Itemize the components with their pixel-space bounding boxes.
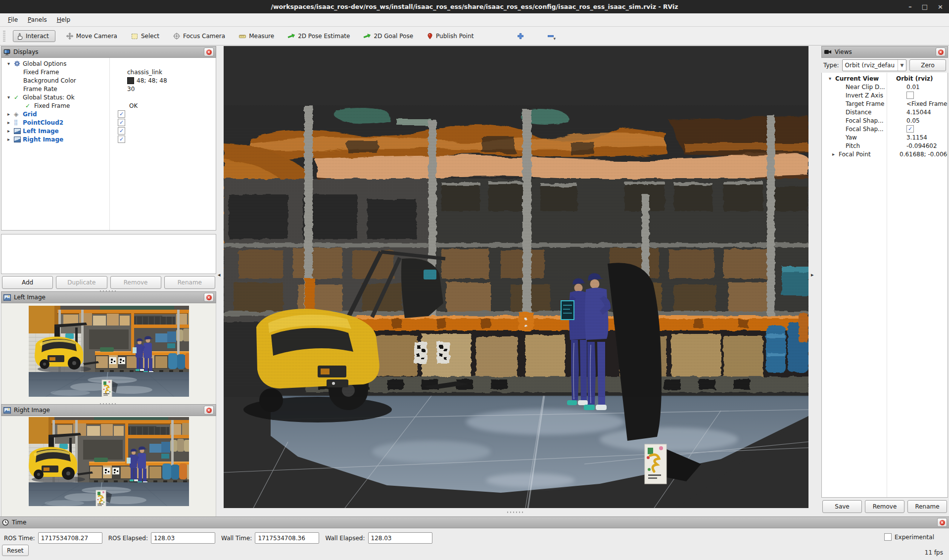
time-panel-header[interactable]: Time bbox=[0, 516, 949, 528]
add-tool-button[interactable] bbox=[514, 30, 527, 42]
tree-row[interactable]: Grid bbox=[1, 110, 216, 118]
remove-button[interactable]: Remove bbox=[110, 276, 161, 289]
tree-row[interactable]: Frame Rate 30 bbox=[1, 85, 216, 93]
3d-viewport[interactable] bbox=[224, 46, 808, 508]
expander-icon[interactable] bbox=[7, 128, 14, 134]
expander-icon[interactable] bbox=[7, 120, 14, 125]
zero-button[interactable]: Zero bbox=[909, 59, 946, 71]
panel-close-button[interactable] bbox=[204, 406, 214, 415]
tree-row[interactable]: Target Frame <Fixed Frame> bbox=[822, 99, 948, 108]
right-image-panel-header[interactable]: Right Image bbox=[1, 404, 216, 416]
row-value-icon[interactable] bbox=[118, 127, 125, 135]
row-value-cell[interactable]: OK bbox=[127, 102, 138, 109]
minimize-icon[interactable]: – bbox=[908, 3, 912, 10]
expander-icon[interactable] bbox=[7, 61, 14, 66]
row-value-icon[interactable] bbox=[906, 125, 914, 133]
tree-row[interactable]: Near Clip D... 0.01 bbox=[822, 83, 948, 91]
expander-icon[interactable] bbox=[7, 137, 14, 142]
tree-row[interactable]: Right Image bbox=[1, 135, 216, 143]
publish-point-tool-button[interactable]: Publish Point bbox=[424, 30, 476, 42]
tree-row[interactable]: Yaw 3.1154 bbox=[822, 133, 948, 141]
row-value-cell[interactable]: Orbit (rviz) bbox=[894, 75, 933, 82]
tree-row[interactable]: Distance 4.15044 bbox=[822, 108, 948, 116]
left-image-panel-header[interactable]: Left Image bbox=[1, 291, 216, 303]
tree-row[interactable]: Fixed Frame OK bbox=[1, 101, 216, 110]
row-value-cell[interactable]: 0.05 bbox=[904, 117, 920, 124]
reset-button[interactable]: Reset bbox=[2, 545, 29, 556]
row-value-cell[interactable] bbox=[115, 110, 127, 118]
focus-camera-tool-button[interactable]: Focus Camera bbox=[170, 30, 228, 42]
close-icon[interactable]: × bbox=[938, 3, 943, 10]
row-value-cell[interactable]: 30 bbox=[125, 86, 135, 93]
time-field-input[interactable]: 128.03 bbox=[151, 532, 215, 544]
row-value-icon[interactable] bbox=[127, 77, 134, 84]
row-value-cell[interactable] bbox=[115, 119, 127, 126]
row-value-cell[interactable]: 0.61688; -0.0060... bbox=[897, 151, 948, 158]
panel-close-button[interactable] bbox=[204, 47, 214, 56]
tree-row[interactable]: Focal Shap... 0.05 bbox=[822, 116, 948, 125]
save-button[interactable]: Save bbox=[822, 500, 862, 513]
tree-row[interactable]: Background Color 48; 48; 48 bbox=[1, 76, 216, 85]
measure-tool-button[interactable]: Measure bbox=[236, 30, 277, 42]
row-value-cell[interactable] bbox=[904, 125, 916, 133]
duplicate-button[interactable]: Duplicate bbox=[56, 276, 107, 289]
displays-panel-header[interactable]: Displays bbox=[1, 46, 216, 58]
menu-panels[interactable]: Panels bbox=[23, 14, 52, 25]
views-panel-header[interactable]: Views bbox=[821, 46, 948, 58]
panel-close-button[interactable] bbox=[936, 47, 946, 56]
maximize-icon[interactable]: □ bbox=[922, 3, 928, 10]
menu-file[interactable]: File bbox=[3, 14, 23, 25]
interact-tool-button[interactable]: Interact bbox=[13, 30, 55, 42]
row-value-cell[interactable]: chassis_link bbox=[125, 69, 162, 76]
row-value-icon[interactable] bbox=[906, 92, 914, 99]
row-value-cell[interactable]: -0.094602 bbox=[904, 142, 937, 149]
pose-estimate-tool-button[interactable]: 2D Pose Estimate bbox=[285, 30, 353, 42]
time-field-input[interactable]: 1717534708.36 bbox=[255, 532, 319, 544]
goal-pose-tool-button[interactable]: 2D Goal Pose bbox=[360, 30, 416, 42]
row-value-cell[interactable]: <Fixed Frame> bbox=[904, 100, 948, 107]
panel-close-button[interactable] bbox=[204, 293, 214, 302]
tree-row[interactable]: Current View Orbit (rviz) bbox=[822, 74, 948, 83]
select-tool-button[interactable]: Select bbox=[128, 30, 162, 42]
expander-icon[interactable] bbox=[7, 111, 14, 117]
tree-row[interactable]: Global Status: Ok bbox=[1, 93, 216, 101]
view-type-dropdown[interactable]: Orbit (rviz_defau ▼ bbox=[842, 59, 906, 71]
toolbar-grip[interactable] bbox=[3, 31, 5, 42]
row-value-cell[interactable]: 0.01 bbox=[904, 84, 920, 91]
time-field-input[interactable]: 128.03 bbox=[368, 532, 432, 544]
chevron-down-icon[interactable]: ▾ bbox=[553, 36, 556, 41]
remove-tool-button[interactable]: ▾ bbox=[544, 29, 559, 43]
rename-button[interactable]: Rename bbox=[164, 276, 215, 289]
tree-row[interactable]: Global Options bbox=[1, 59, 216, 68]
add-button[interactable]: Add bbox=[2, 276, 53, 289]
row-value-icon[interactable] bbox=[118, 136, 125, 143]
row-value-icon[interactable] bbox=[118, 119, 125, 126]
row-value-cell[interactable]: 48; 48; 48 bbox=[125, 77, 167, 84]
tree-row[interactable]: Focal Point 0.61688; -0.0060... bbox=[822, 150, 948, 158]
rename-button[interactable]: Rename bbox=[907, 500, 947, 513]
row-value-icon[interactable] bbox=[118, 110, 125, 118]
tree-row[interactable]: Fixed Frame chassis_link bbox=[1, 68, 216, 76]
row-value-cell[interactable] bbox=[115, 136, 127, 143]
row-value-cell[interactable] bbox=[904, 92, 916, 99]
menu-help[interactable]: Help bbox=[52, 14, 75, 25]
viewport-splitter[interactable] bbox=[506, 511, 526, 514]
remove-button[interactable]: Remove bbox=[865, 500, 904, 513]
expander-icon[interactable] bbox=[7, 94, 14, 100]
tree-row[interactable]: Invert Z Axis bbox=[822, 91, 948, 99]
panel-close-button[interactable] bbox=[937, 518, 947, 527]
row-value-cell[interactable]: 4.15044 bbox=[904, 109, 931, 116]
tree-row[interactable]: PointCloud2 bbox=[1, 118, 216, 127]
column-divider[interactable] bbox=[887, 73, 887, 497]
move-camera-tool-button[interactable]: Move Camera bbox=[63, 30, 120, 42]
expander-icon[interactable] bbox=[829, 76, 835, 81]
row-value-cell[interactable] bbox=[115, 127, 127, 135]
tree-row[interactable]: Focal Shap... bbox=[822, 125, 948, 133]
row-value-cell[interactable]: 3.1154 bbox=[904, 134, 927, 141]
tree-row[interactable]: Left Image bbox=[1, 127, 216, 135]
expander-icon[interactable] bbox=[832, 151, 839, 157]
column-divider[interactable] bbox=[109, 58, 110, 230]
tree-row[interactable]: Pitch -0.094602 bbox=[822, 141, 948, 150]
experimental-checkbox[interactable] bbox=[884, 533, 892, 541]
time-field-input[interactable]: 1717534708.27 bbox=[38, 532, 102, 544]
